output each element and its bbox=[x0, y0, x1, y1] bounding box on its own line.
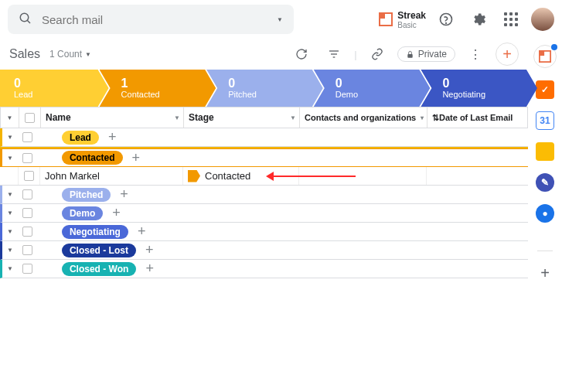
tasks-icon[interactable]: ✓ bbox=[536, 80, 554, 99]
refresh-icon[interactable] bbox=[289, 42, 314, 66]
streak-icon bbox=[379, 12, 393, 26]
collapse-icon[interactable]: ▼ bbox=[7, 210, 13, 216]
more-icon[interactable]: ⋮ bbox=[463, 42, 488, 66]
annotation-arrow-icon bbox=[271, 176, 356, 177]
gear-icon[interactable] bbox=[466, 7, 491, 32]
funnel-stage-negotiating[interactable]: 0Negotiating bbox=[421, 70, 537, 107]
collapse-icon[interactable]: ▼ bbox=[7, 191, 13, 198]
annotation-arrow-head-icon bbox=[266, 172, 274, 181]
add-row-icon[interactable]: + bbox=[108, 129, 117, 145]
filter-icon[interactable] bbox=[322, 42, 346, 66]
collapse-icon[interactable]: ▼ bbox=[7, 155, 13, 162]
group-checkbox[interactable] bbox=[22, 189, 32, 199]
count-dropdown[interactable]: 1 Count▼ bbox=[49, 49, 91, 60]
stage-funnel: 0Lead1Contacted0Pitched0Demo0Negotiating bbox=[0, 70, 528, 107]
group-closed---lost: ▼Closed - Lost+ bbox=[0, 241, 528, 260]
add-row-icon[interactable]: + bbox=[132, 150, 141, 166]
private-button[interactable]: Private bbox=[397, 46, 455, 62]
group-negotiating: ▼Negotiating+ bbox=[0, 223, 528, 241]
group-checkbox[interactable] bbox=[22, 245, 32, 255]
collapse-icon[interactable]: ▼ bbox=[7, 247, 13, 254]
add-row-icon[interactable]: + bbox=[120, 186, 128, 203]
add-row-icon[interactable]: + bbox=[145, 261, 154, 277]
col-contacts[interactable]: Contacts and organizations▾ bbox=[300, 107, 427, 128]
search-box[interactable]: ▼ bbox=[8, 5, 294, 34]
funnel-stage-contacted[interactable]: 1Contacted bbox=[100, 70, 216, 107]
add-row-icon[interactable]: + bbox=[138, 223, 146, 240]
group-lead: ▼Lead+ bbox=[0, 128, 528, 147]
group-checkbox[interactable] bbox=[22, 208, 32, 218]
chevron-down-icon[interactable]: ▼ bbox=[277, 16, 283, 23]
stage-tag[interactable]: Closed - Lost bbox=[62, 244, 136, 257]
row-checkbox[interactable] bbox=[24, 171, 34, 181]
column-headers: ▼ Name▼ Stage▼ Contacts and organization… bbox=[0, 107, 528, 128]
collapse-icon[interactable]: ▼ bbox=[7, 265, 13, 272]
add-panel-icon[interactable]: + bbox=[536, 264, 554, 282]
stage-arrow-icon bbox=[188, 170, 200, 182]
svg-rect-9 bbox=[407, 54, 412, 58]
brand-name: Streak bbox=[397, 10, 426, 21]
collapse-icon[interactable]: ▼ bbox=[7, 134, 13, 141]
group-checkbox[interactable] bbox=[22, 132, 32, 142]
group-checkbox[interactable] bbox=[22, 264, 32, 274]
svg-point-5 bbox=[446, 23, 447, 24]
add-row-icon[interactable]: + bbox=[112, 205, 121, 221]
help-icon[interactable] bbox=[434, 7, 458, 32]
avatar[interactable] bbox=[531, 8, 554, 31]
search-input[interactable] bbox=[42, 13, 267, 26]
stage-tag[interactable]: Negotiating bbox=[62, 225, 128, 239]
expand-all-icon[interactable]: ▼ bbox=[7, 114, 13, 121]
pipeline-title[interactable]: Sales bbox=[9, 47, 40, 61]
stage-tag[interactable]: Demo bbox=[62, 206, 103, 220]
streak-panel-icon[interactable] bbox=[533, 45, 557, 68]
select-all-checkbox[interactable] bbox=[25, 113, 35, 123]
col-stage[interactable]: Stage▼ bbox=[184, 107, 300, 128]
stage-tag[interactable]: Lead bbox=[62, 131, 99, 145]
group-checkbox[interactable] bbox=[22, 153, 32, 163]
funnel-stage-demo[interactable]: 0Demo bbox=[314, 70, 431, 107]
group-checkbox[interactable] bbox=[22, 227, 32, 237]
streak-badge[interactable]: Streak Basic bbox=[379, 10, 426, 29]
svg-rect-3 bbox=[380, 13, 385, 19]
svg-line-1 bbox=[27, 20, 30, 23]
collapse-icon[interactable]: ▼ bbox=[7, 228, 13, 235]
group-pitched: ▼Pitched+ bbox=[0, 186, 528, 204]
search-icon bbox=[19, 12, 32, 28]
lock-icon bbox=[406, 50, 414, 59]
stage-tag[interactable]: Contacted bbox=[62, 151, 123, 165]
funnel-stage-pitched[interactable]: 0Pitched bbox=[206, 70, 323, 107]
group-contacted: ▼Contacted+ bbox=[0, 148, 528, 167]
keep-icon[interactable] bbox=[536, 142, 554, 161]
group-demo: ▼Demo+ bbox=[0, 204, 528, 223]
funnel-stage-lead[interactable]: 0Lead bbox=[0, 70, 109, 107]
add-row-icon[interactable]: + bbox=[145, 242, 154, 258]
contacts-icon[interactable]: ● bbox=[536, 204, 554, 223]
tasks2-icon[interactable]: ✎ bbox=[536, 173, 554, 192]
stage-tag[interactable]: Closed - Won bbox=[62, 262, 136, 276]
side-rail: ✓31✎● + bbox=[528, 39, 562, 282]
add-button[interactable]: + bbox=[496, 43, 519, 66]
col-date[interactable]: ⇅ Date of Last Email bbox=[427, 107, 527, 128]
group-closed---won: ▼Closed - Won+ bbox=[0, 260, 528, 278]
calendar-icon[interactable]: 31 bbox=[536, 111, 554, 130]
brand-tier: Basic bbox=[397, 21, 426, 29]
svg-point-0 bbox=[20, 13, 29, 22]
cell-name[interactable]: John Markel bbox=[40, 167, 183, 185]
link-icon[interactable] bbox=[365, 42, 390, 66]
col-name[interactable]: Name▼ bbox=[41, 107, 184, 128]
apps-icon[interactable] bbox=[499, 7, 523, 32]
table-row[interactable]: John MarkelContacted bbox=[0, 167, 528, 186]
svg-rect-11 bbox=[540, 51, 544, 56]
stage-tag[interactable]: Pitched bbox=[62, 188, 111, 202]
